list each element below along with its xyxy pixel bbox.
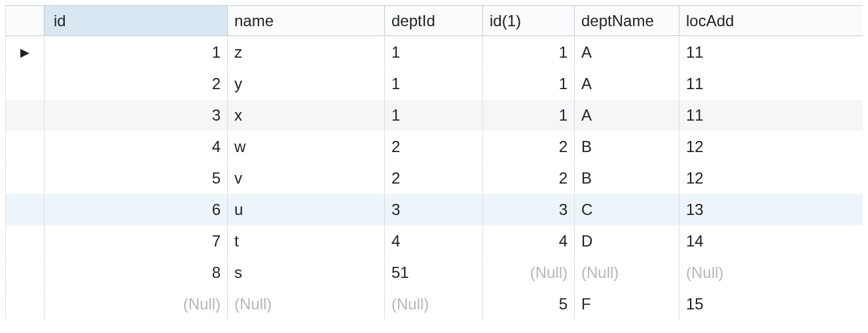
cell-deptname[interactable]: (Null): [575, 257, 679, 288]
col-header-deptid[interactable]: deptId: [385, 5, 483, 36]
cell-id1[interactable]: 1: [483, 100, 575, 130]
cell-deptname[interactable]: A: [575, 100, 679, 130]
current-row-icon: ▶: [20, 45, 29, 60]
row-indicator: [5, 288, 45, 319]
col-header-name[interactable]: name: [228, 5, 385, 36]
cell-locadd[interactable]: 13: [679, 194, 863, 225]
cell-id1[interactable]: 5: [483, 288, 575, 319]
table-row[interactable]: 4w22B12: [5, 131, 863, 163]
table-row[interactable]: (Null)(Null)(Null)5F15: [5, 288, 863, 320]
table-row[interactable]: 3x11A11: [5, 100, 863, 131]
row-indicator: [5, 68, 45, 99]
cell-name[interactable]: u: [228, 194, 385, 225]
cell-id[interactable]: 6: [45, 194, 228, 225]
col-header-id1[interactable]: id(1): [483, 5, 575, 36]
table-row[interactable]: 8s51(Null)(Null)(Null): [5, 257, 863, 288]
cell-locadd[interactable]: 12: [679, 131, 863, 162]
row-indicator: [5, 194, 45, 225]
cell-deptname[interactable]: F: [575, 288, 679, 319]
cell-id1[interactable]: 1: [483, 68, 575, 99]
row-indicator: ▶: [5, 37, 45, 68]
cell-id[interactable]: 3: [45, 100, 228, 130]
cell-deptid[interactable]: 2: [385, 163, 483, 193]
cell-name[interactable]: v: [228, 163, 385, 193]
cell-name[interactable]: s: [228, 257, 385, 288]
row-gutter-header: [5, 5, 45, 36]
cell-deptid[interactable]: 4: [385, 225, 483, 256]
cell-id[interactable]: 2: [45, 68, 228, 99]
cell-id1[interactable]: (Null): [483, 257, 575, 288]
row-indicator: [5, 163, 45, 193]
header-row: id name deptId id(1) deptName locAdd: [5, 5, 863, 37]
cell-locadd[interactable]: (Null): [679, 257, 863, 288]
cell-locadd[interactable]: 11: [679, 100, 863, 130]
cell-id[interactable]: 1: [45, 37, 228, 68]
cell-deptname[interactable]: B: [575, 131, 679, 162]
cell-deptid[interactable]: 1: [385, 37, 483, 68]
cell-deptname[interactable]: D: [575, 225, 679, 256]
table-row[interactable]: ▶1z11A11: [5, 37, 863, 68]
cell-locadd[interactable]: 11: [679, 68, 863, 99]
cell-deptname[interactable]: C: [575, 194, 679, 225]
cell-name[interactable]: t: [228, 225, 385, 256]
cell-deptid[interactable]: 1: [385, 68, 483, 99]
cell-name[interactable]: x: [228, 100, 385, 130]
result-grid[interactable]: id name deptId id(1) deptName locAdd ▶1z…: [5, 5, 863, 320]
cell-name[interactable]: y: [228, 68, 385, 99]
cell-locadd[interactable]: 15: [679, 288, 863, 319]
cell-id1[interactable]: 3: [483, 194, 575, 225]
cell-deptid[interactable]: 3: [385, 194, 483, 225]
cell-locadd[interactable]: 14: [679, 225, 863, 256]
cell-id1[interactable]: 4: [483, 225, 575, 256]
cell-id[interactable]: 7: [45, 225, 228, 256]
col-header-locadd[interactable]: locAdd: [679, 5, 863, 36]
cell-locadd[interactable]: 12: [679, 163, 863, 193]
cell-deptid[interactable]: 2: [385, 131, 483, 162]
cell-id[interactable]: 5: [45, 163, 228, 193]
table-row[interactable]: 5v22B12: [5, 163, 863, 194]
cell-id1[interactable]: 2: [483, 163, 575, 193]
col-header-deptname[interactable]: deptName: [575, 5, 679, 36]
row-indicator: [5, 131, 45, 162]
table-row[interactable]: 2y11A11: [5, 68, 863, 100]
cell-deptid[interactable]: (Null): [385, 288, 483, 319]
cell-deptname[interactable]: B: [575, 163, 679, 193]
cell-deptid[interactable]: 51: [385, 257, 483, 288]
cell-id1[interactable]: 2: [483, 131, 575, 162]
cell-name[interactable]: z: [228, 37, 385, 68]
row-indicator: [5, 100, 45, 130]
table-row[interactable]: 7t44D14: [5, 225, 863, 257]
cell-id[interactable]: 8: [45, 257, 228, 288]
row-indicator: [5, 257, 45, 288]
cell-deptid[interactable]: 1: [385, 100, 483, 130]
cell-name[interactable]: w: [228, 131, 385, 162]
table-row[interactable]: 6u33C13: [5, 194, 863, 225]
cell-locadd[interactable]: 11: [679, 37, 863, 68]
cell-id1[interactable]: 1: [483, 37, 575, 68]
cell-deptname[interactable]: A: [575, 68, 679, 99]
cell-deptname[interactable]: A: [575, 37, 679, 68]
cell-name[interactable]: (Null): [228, 288, 385, 319]
cell-id[interactable]: (Null): [45, 288, 228, 319]
cell-id[interactable]: 4: [45, 131, 228, 162]
row-indicator: [5, 225, 45, 256]
col-header-id[interactable]: id: [45, 5, 228, 36]
